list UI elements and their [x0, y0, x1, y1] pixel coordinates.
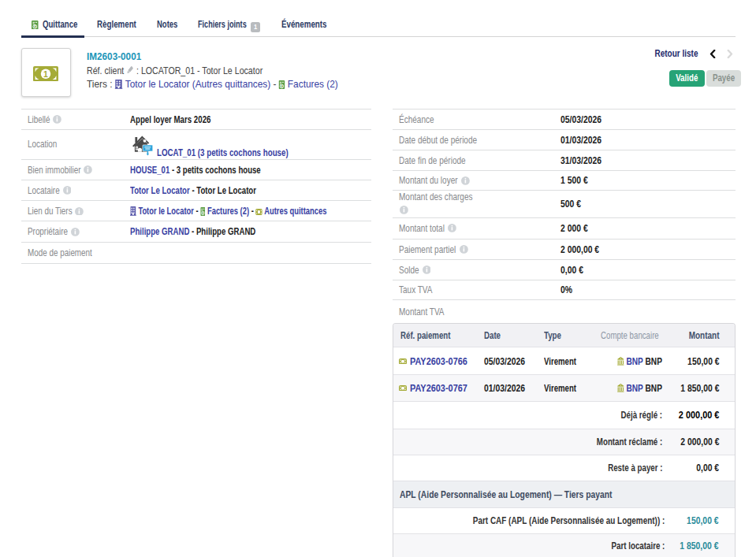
svg-text:1: 1 [43, 69, 48, 78]
svg-text:$: $ [202, 211, 203, 215]
